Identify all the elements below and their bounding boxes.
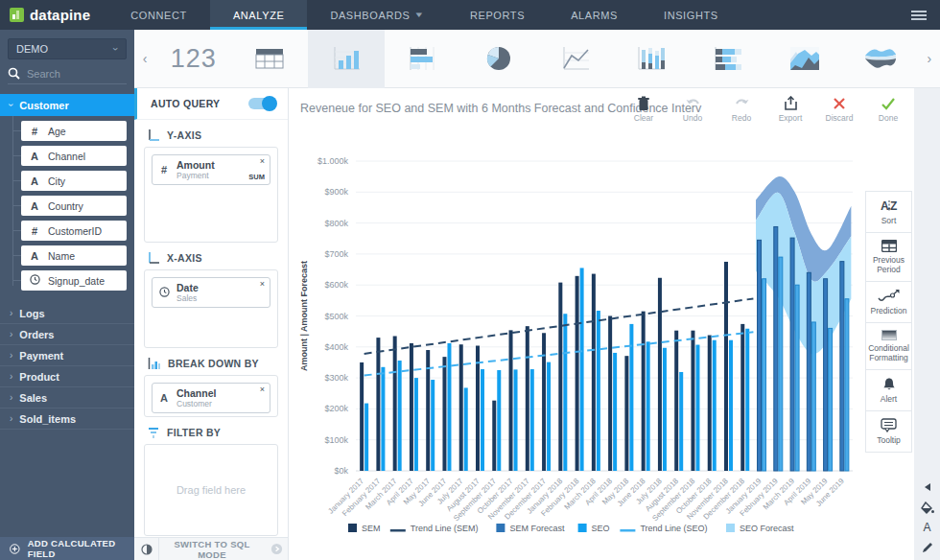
search-input[interactable] bbox=[27, 68, 123, 80]
chart-type-bar[interactable] bbox=[385, 30, 461, 88]
seo-forecast-bar bbox=[779, 257, 783, 471]
alert-button[interactable]: Alert bbox=[865, 369, 912, 411]
chart-type-area[interactable] bbox=[766, 30, 843, 88]
chevron-down-icon: › bbox=[110, 47, 122, 51]
chart-type-pie[interactable] bbox=[460, 30, 537, 88]
legend-item[interactable]: Trend Line (SEO) bbox=[620, 524, 707, 533]
datasource-select[interactable]: DEMO› bbox=[8, 38, 127, 59]
legend-item[interactable]: SEM Forecast bbox=[496, 524, 565, 533]
x-axis-field-date[interactable]: DateSales × bbox=[152, 277, 270, 308]
sidebar-section-orders[interactable]: ›Orders bbox=[0, 324, 134, 345]
legend-item[interactable]: SEM bbox=[348, 524, 381, 533]
contrast-toggle-icon[interactable] bbox=[134, 538, 159, 560]
tooltip-button[interactable]: Tooltip bbox=[865, 410, 912, 453]
field-country[interactable]: ACountry bbox=[21, 196, 127, 216]
chart-canvas: Reveneue for SEO and SEM with 6 Months F… bbox=[289, 88, 914, 560]
legend-item[interactable]: SEO Forecast bbox=[726, 524, 794, 533]
sem-bar bbox=[476, 346, 480, 471]
remove-field-icon[interactable]: × bbox=[260, 385, 265, 394]
field-channel[interactable]: AChannel bbox=[21, 146, 127, 166]
field-signup-date[interactable]: Signup_date bbox=[21, 270, 127, 291]
redo-icon bbox=[734, 96, 750, 111]
redo-button[interactable]: Redo bbox=[725, 96, 758, 123]
sql-mode-go-icon[interactable] bbox=[265, 543, 288, 555]
field-customerid[interactable]: #CustomerID bbox=[21, 221, 127, 241]
sem-bar bbox=[526, 326, 529, 471]
y-axis-field-amount[interactable]: # AmountPayment × SUM bbox=[152, 154, 270, 185]
undo-button[interactable]: Undo bbox=[676, 96, 709, 123]
chart-type-table[interactable] bbox=[232, 30, 309, 88]
sem-forecast-bar bbox=[840, 262, 844, 471]
y-tick-label: $900k bbox=[324, 187, 348, 197]
sem-bar bbox=[360, 362, 364, 471]
stream-graph-icon bbox=[864, 46, 897, 71]
nav-insights[interactable]: INSIGHTS bbox=[641, 0, 741, 30]
seo-bar bbox=[646, 341, 650, 471]
sidebar-section-sold-items[interactable]: ›Sold_items bbox=[0, 408, 134, 430]
text-type-icon: A bbox=[29, 175, 40, 187]
seo-bar bbox=[663, 348, 667, 471]
conditional-formatting-button[interactable]: Conditional Formatting bbox=[865, 322, 912, 370]
chart-type-column[interactable] bbox=[308, 30, 385, 88]
number-type-icon: # bbox=[29, 126, 40, 137]
pie-chart-icon bbox=[485, 45, 512, 72]
add-calculated-field-button[interactable]: ADD CALCULATED FIELD bbox=[0, 537, 134, 560]
sort-button[interactable]: AZ Sort bbox=[865, 191, 912, 233]
auto-query-toggle[interactable] bbox=[248, 98, 276, 109]
prediction-button[interactable]: Prediction bbox=[865, 281, 912, 323]
seo-bar bbox=[481, 369, 484, 471]
remove-field-icon[interactable]: × bbox=[260, 156, 265, 166]
sidebar-section-customer[interactable]: ›Customer bbox=[0, 94, 134, 116]
remove-field-icon[interactable]: × bbox=[260, 279, 265, 289]
chart-type-stacked-bar[interactable] bbox=[690, 30, 766, 88]
switch-to-sql-mode-button[interactable]: SWITCH TO SQL MODE bbox=[159, 539, 265, 560]
sidebar-section-sales[interactable]: ›Sales bbox=[0, 387, 134, 408]
nav-dashboards[interactable]: DASHBOARDS▼ bbox=[307, 0, 447, 30]
chart-type-number[interactable]: 123 bbox=[155, 30, 232, 88]
area-chart-icon bbox=[789, 46, 820, 71]
sidebar-section-product[interactable]: ›Product bbox=[0, 366, 134, 387]
chevron-right-icon: › bbox=[10, 413, 12, 424]
svg-text:SEM Forecast: SEM Forecast bbox=[509, 524, 565, 533]
legend-item[interactable]: Trend Line (SEM) bbox=[390, 524, 479, 533]
legend-item[interactable]: SEO bbox=[578, 524, 610, 533]
chart-type-stacked-column[interactable] bbox=[614, 30, 691, 88]
export-button[interactable]: Export bbox=[774, 96, 807, 123]
discard-button[interactable]: Discard bbox=[823, 96, 856, 123]
aggregation-label[interactable]: SUM bbox=[248, 173, 265, 181]
field-name[interactable]: AName bbox=[21, 245, 127, 266]
number-type-icon: # bbox=[158, 164, 170, 175]
picker-prev-icon[interactable]: ‹ bbox=[134, 51, 155, 66]
nav-connect[interactable]: CONNECT bbox=[107, 0, 210, 30]
previous-period-button[interactable]: Previous Period bbox=[865, 232, 912, 282]
field-age[interactable]: #Age bbox=[21, 121, 127, 141]
date-type-icon bbox=[158, 287, 170, 299]
brand-logo[interactable]: datapine bbox=[0, 0, 107, 30]
edit-pencil-icon[interactable] bbox=[920, 541, 935, 554]
picker-next-icon[interactable]: › bbox=[919, 51, 940, 66]
filter-dropzone[interactable]: Drag field here bbox=[144, 444, 278, 536]
hamburger-menu-icon[interactable] bbox=[898, 0, 940, 30]
sidebar-section-payment[interactable]: ›Payment bbox=[0, 345, 134, 366]
field-city[interactable]: ACity bbox=[21, 171, 127, 191]
y-tick-label: $600k bbox=[324, 280, 348, 290]
chart-type-line[interactable] bbox=[537, 30, 614, 88]
fill-color-icon[interactable] bbox=[920, 501, 935, 514]
chart-type-stream[interactable] bbox=[842, 30, 919, 88]
x-axis-dropzone[interactable]: DateSales × bbox=[144, 269, 278, 348]
text-style-icon[interactable]: A bbox=[920, 521, 935, 534]
break-down-field-channel[interactable]: A ChannelCustomer × bbox=[152, 383, 270, 413]
y-axis-dropzone[interactable]: # AmountPayment × SUM bbox=[144, 147, 278, 243]
nav-alarms[interactable]: ALARMS bbox=[548, 0, 641, 30]
drag-field-hint: Drag field here bbox=[176, 484, 246, 496]
seo-forecast-bar bbox=[845, 299, 849, 471]
search-icon bbox=[8, 67, 20, 80]
clear-button[interactable]: Clear bbox=[627, 96, 660, 123]
collapse-panel-icon[interactable] bbox=[920, 480, 935, 494]
sidebar-section-logs[interactable]: ›Logs bbox=[0, 303, 134, 324]
done-button[interactable]: Done bbox=[872, 96, 905, 123]
nav-reports[interactable]: REPORTS bbox=[447, 0, 548, 30]
sem-forecast-bar bbox=[807, 272, 811, 471]
nav-analyze[interactable]: ANALYZE bbox=[210, 0, 308, 30]
break-down-dropzone[interactable]: A ChannelCustomer × bbox=[144, 375, 278, 417]
